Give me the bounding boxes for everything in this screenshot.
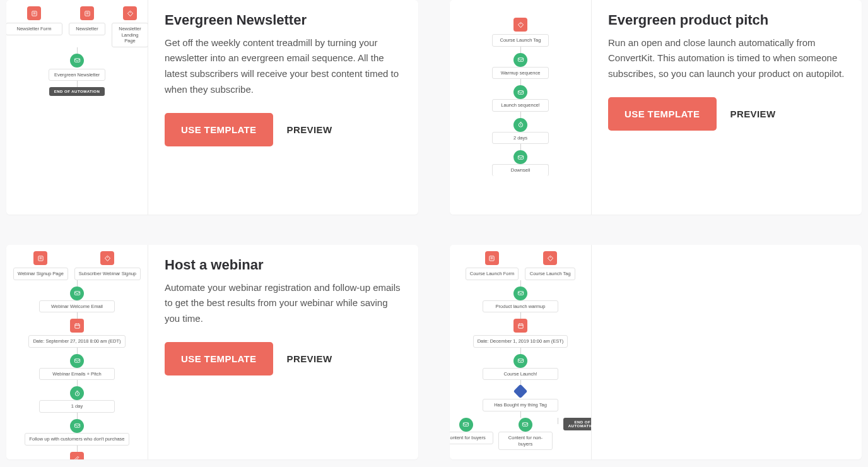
template-thumbnail: Course Launch Tag Warmup sequence Launch… [450, 0, 592, 215]
preview-button[interactable]: PREVIEW [287, 353, 332, 364]
node-label: Subscriber Webinar Signup [79, 271, 136, 276]
node-label: Evergreen Newsletter [54, 72, 100, 78]
node-label: Newsletter Form [16, 26, 51, 32]
calendar-icon [70, 319, 84, 333]
mail-icon [513, 150, 527, 164]
end-badge: END OF AUTOMATION [563, 418, 592, 430]
tag-icon [100, 251, 114, 265]
mail-icon [70, 354, 84, 368]
mail-icon [513, 53, 527, 67]
mail-icon [459, 418, 473, 432]
mail-icon [70, 287, 84, 300]
node-label: Webinar Signup Page [18, 271, 64, 276]
mail-icon [70, 419, 84, 433]
node-label: 2 days [513, 135, 527, 141]
template-description: Run an open and close launch automatical… [608, 35, 845, 82]
node-label: 1 day [71, 403, 83, 409]
mail-icon [513, 287, 527, 300]
use-template-button[interactable]: USE TEMPLATE [165, 342, 273, 375]
node-label: Warmup sequence [501, 70, 541, 76]
template-title: Evergreen product pitch [608, 11, 845, 29]
node-label: Webinar Welcome Email [51, 304, 103, 309]
use-template-button[interactable]: USE TEMPLATE [608, 97, 717, 131]
template-title: Evergreen Newsletter [165, 11, 402, 29]
template-thumbnail: Webinar Signup Page Subscriber Webinar S… [6, 245, 148, 459]
node-label: Course Launch! [504, 371, 537, 377]
mail-icon [513, 85, 527, 99]
use-template-button[interactable]: USE TEMPLATE [165, 113, 273, 146]
node-label: Webinar Emails + Pitch [52, 371, 102, 377]
template-description: Automate your webinar registration and f… [165, 280, 402, 327]
template-thumbnail: Newsletter Form Newsletter Newsletter La… [6, 0, 148, 215]
end-badge: END OF AUTOMATION [49, 87, 105, 96]
template-title: Host a webinar [165, 256, 402, 274]
form-icon [485, 251, 499, 265]
node-label: Course Launch Tag [530, 271, 571, 276]
node-label: Launch sequence! [501, 102, 539, 108]
node-label: Date: December 1, 2019 10:00 am (EST) [478, 338, 564, 344]
template-description: Get off the weekly content treadmill by … [165, 35, 402, 98]
template-card-evergreen-product-pitch: Course Launch Tag Warmup sequence Launch… [450, 0, 862, 215]
node-label: Downsell [511, 167, 530, 173]
calendar-icon [513, 319, 527, 333]
node-label: Product launch warmup [496, 304, 546, 309]
tag-icon [123, 6, 137, 20]
template-card-host-a-webinar: Webinar Signup Page Subscriber Webinar S… [6, 245, 418, 459]
clock-icon [70, 386, 84, 400]
node-label: Course Launch Tag [500, 37, 541, 43]
mail-icon [519, 418, 532, 432]
preview-button[interactable]: PREVIEW [287, 124, 332, 135]
brush-icon [70, 452, 84, 459]
condition-icon [513, 384, 528, 399]
form-icon [33, 251, 47, 265]
tag-icon [513, 18, 527, 32]
form-icon [27, 6, 41, 20]
node-label: Follow up with customers who don't purch… [29, 436, 124, 442]
node-label: Newsletter [76, 26, 98, 32]
node-label: Newsletter Landing Page [119, 26, 141, 44]
tag-icon [543, 251, 557, 265]
template-thumbnail: Course Launch Form Course Launch Tag Pro… [450, 245, 592, 459]
node-label: Content for buyers [450, 435, 486, 440]
node-label: Date: September 27, 2018 8:00 am (EDT) [33, 338, 120, 344]
template-card-evergreen-newsletter: Newsletter Form Newsletter Newsletter La… [6, 0, 418, 215]
node-label: Course Launch Form [470, 271, 514, 276]
form-icon [80, 6, 94, 20]
mail-icon [513, 354, 527, 368]
preview-button[interactable]: PREVIEW [730, 109, 776, 119]
node-label: Has Bought my thing Tag [494, 402, 547, 408]
mail-icon [70, 54, 84, 68]
clock-icon [513, 118, 527, 132]
node-label: Content for non-buyers [508, 435, 542, 447]
template-card-product-launch: Course Launch Form Course Launch Tag Pro… [450, 245, 862, 459]
